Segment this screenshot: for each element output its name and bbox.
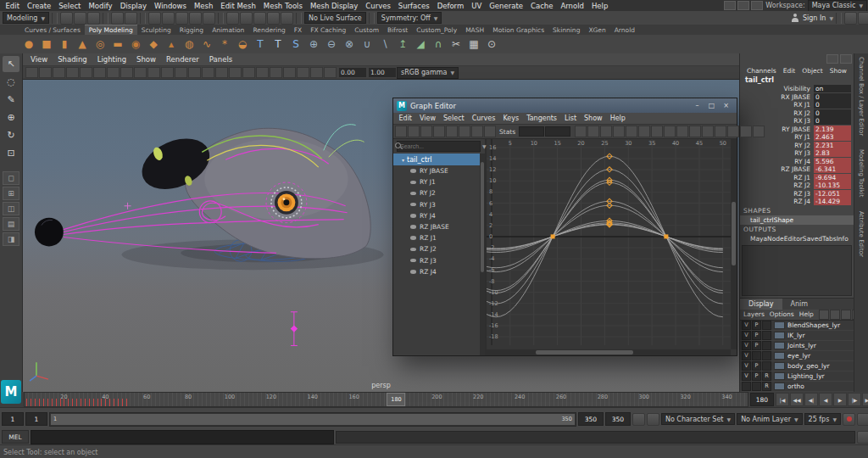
playback-speed-dropdown[interactable]: 25 fps ▼	[804, 413, 841, 425]
graph-editor-menu-help[interactable]: Help	[606, 114, 629, 122]
quad-draw-icon[interactable]: ▦	[465, 36, 482, 53]
channel-ry-j3[interactable]: RY J3	[393, 199, 485, 210]
step-tangents-icon[interactable]	[664, 126, 676, 137]
menubar-item-create[interactable]: Create	[23, 2, 54, 10]
shelf-tab-animation[interactable]: Animation	[208, 25, 248, 35]
close-button[interactable]: ×	[719, 100, 733, 111]
lattice-deform-keys-icon[interactable]	[420, 126, 432, 137]
new-scene-icon[interactable]	[60, 12, 73, 25]
layout-hypershade[interactable]: ◨	[3, 232, 19, 246]
time-slider[interactable]: 2040608010012014016020022024026028030032…	[24, 392, 748, 407]
visibility-eye-icon[interactable]	[410, 259, 416, 263]
layer-color-swatch[interactable]	[774, 383, 785, 390]
graph-editor-menu-curves[interactable]: Curves	[468, 114, 499, 122]
menubar-item-arnold[interactable]: Arnold	[557, 2, 588, 10]
step-back-key-button[interactable]: ◀◀	[790, 393, 804, 406]
combine-icon[interactable]: ∪	[359, 36, 376, 53]
outliner-scrollbar[interactable]	[480, 154, 485, 355]
options-menu[interactable]: Options	[770, 310, 799, 318]
workspace-dropdown[interactable]: Maya Classic ▼	[808, 0, 867, 12]
layout-single-pane[interactable]: ◻	[3, 171, 19, 185]
linear-tangents-icon[interactable]	[638, 126, 650, 137]
new-empty-layer-icon[interactable]	[841, 310, 851, 320]
bridge-icon[interactable]: ∩	[430, 36, 447, 53]
extrude-icon[interactable]: ↥	[394, 36, 411, 53]
sign-in-button[interactable]: Sign In	[800, 14, 828, 22]
animation-start-field[interactable]: 1	[2, 412, 24, 426]
visibility-eye-icon[interactable]	[410, 192, 416, 196]
shelf-tab-custom[interactable]: Custom	[350, 25, 383, 35]
layer-color-swatch[interactable]	[774, 352, 785, 360]
shape-node-row[interactable]: tail_ctrlShape	[740, 215, 854, 225]
poly-pyramid-icon[interactable]: ▴	[163, 36, 180, 53]
menubar-item-edit-mesh[interactable]: Edit Mesh	[217, 2, 260, 10]
channel-value-ry-j4[interactable]: 5.596	[814, 158, 851, 165]
select-camera-icon[interactable]	[25, 67, 38, 78]
channel-rz-j4[interactable]: RZ J4	[393, 266, 485, 277]
graph-vertical-scrollbar[interactable]	[731, 139, 737, 349]
channel-value-rx-j3[interactable]: 0	[814, 117, 851, 125]
workspace-panel-icon[interactable]	[751, 1, 763, 10]
channel-value-visibility[interactable]: on	[814, 85, 851, 92]
flat-tangents-icon[interactable]	[651, 126, 663, 137]
live-surface-field[interactable]: No Live Surface	[304, 12, 366, 24]
isolate-select-icon[interactable]	[324, 67, 337, 78]
text-tool-icon[interactable]: T	[252, 36, 269, 53]
shelf-tab-skinning[interactable]: Skinning	[548, 25, 584, 35]
xray-mode-icon[interactable]	[310, 67, 323, 78]
layer-toggle-1[interactable]: P	[752, 371, 761, 381]
open-scene-icon[interactable]	[74, 12, 86, 25]
layer-toggle-2[interactable]: R	[762, 382, 771, 391]
multi-cut-icon[interactable]: ✂	[448, 36, 465, 53]
rotate-tool[interactable]: ↻	[3, 127, 19, 143]
shelf-tab-mash[interactable]: MASH	[461, 25, 488, 35]
tab-display[interactable]: Display	[740, 299, 782, 310]
poly-helix-icon[interactable]: ∿	[198, 36, 215, 53]
ipr-render-icon[interactable]	[267, 12, 280, 25]
retime-tool-icon[interactable]	[446, 126, 458, 137]
layer-row-eye-lyr[interactable]: Veye_lyr	[740, 351, 854, 361]
poly-platonic-icon[interactable]: ◆	[145, 36, 162, 53]
shelf-tab-motion-graphics[interactable]: Motion Graphics	[488, 25, 548, 35]
poly-pipe-icon[interactable]: ◍	[181, 36, 198, 53]
graph-horizontal-scrollbar[interactable]	[487, 349, 731, 355]
menubar-item-mesh[interactable]: Mesh	[190, 2, 216, 10]
type-tool-icon[interactable]: T	[270, 36, 287, 53]
layer-toggle-2[interactable]: R	[762, 371, 771, 381]
play-forward-button[interactable]: ▶	[833, 393, 847, 406]
scale-tool[interactable]: ⊡	[3, 145, 19, 161]
menubar-item-modify[interactable]: Modify	[85, 2, 116, 10]
curve-graph-area[interactable]: 1614121086420-2-4-6-8-10-12-14-16-185101…	[487, 139, 737, 355]
use-all-lights-icon[interactable]	[256, 67, 269, 78]
workspace-grid-icon[interactable]	[724, 1, 736, 10]
step-forward-frame-button[interactable]: |▶	[848, 393, 861, 406]
visibility-eye-icon[interactable]	[410, 236, 416, 240]
graph-editor-menu-select[interactable]: Select	[439, 114, 468, 122]
menu-set-dropdown[interactable]: Modeling ▼	[3, 12, 49, 24]
grease-pencil-icon[interactable]	[107, 67, 120, 78]
layer-toggle-0[interactable]: V	[742, 341, 751, 350]
layer-toggle-0[interactable]: V	[742, 321, 751, 330]
poly-torus-icon[interactable]: ◎	[92, 36, 108, 53]
frame-playback-range-icon[interactable]	[471, 126, 483, 137]
snap-to-view-plane-icon[interactable]	[189, 12, 202, 25]
go-to-start-button[interactable]: |◀	[776, 393, 789, 406]
playback-end-field[interactable]: 350	[578, 412, 604, 426]
shelf-tab-fx-caching[interactable]: FX Caching	[306, 25, 350, 35]
layer-row-lighting-lyr[interactable]: VPRLighting_lyr	[740, 371, 854, 382]
boolean-union-icon[interactable]: ⊕	[305, 36, 322, 53]
stats-value-field[interactable]	[545, 126, 570, 137]
poly-cylinder-icon[interactable]: ▮	[56, 36, 73, 53]
channel-rz-j3[interactable]: RZ J3	[393, 255, 485, 266]
layer-toggle-0[interactable]: V	[742, 351, 751, 360]
step-back-frame-button[interactable]: ◀|	[804, 393, 818, 406]
layer-row-blendshapes-lyr[interactable]: VPBlendShapes_lyr	[740, 321, 854, 331]
graph-editor-menu-keys[interactable]: Keys	[499, 114, 523, 122]
boolean-difference-icon[interactable]: ⊖	[323, 36, 340, 53]
visibility-eye-icon[interactable]	[410, 181, 416, 185]
command-line-mode-button[interactable]: MEL	[2, 430, 29, 444]
snap-to-curve-icon[interactable]	[162, 12, 175, 25]
expand-triangle-icon[interactable]: ▾	[402, 157, 404, 163]
menubar-item-generate[interactable]: Generate	[486, 2, 527, 10]
layer-toggle-2[interactable]	[762, 361, 771, 371]
